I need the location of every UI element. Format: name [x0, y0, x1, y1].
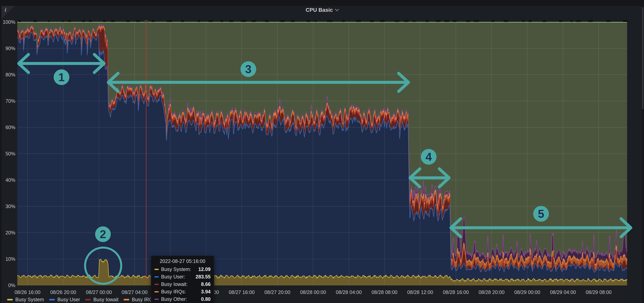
legend-item[interactable]: Busy IRQs — [124, 297, 155, 302]
tooltip: 2022-08-27 05:16:00 Busy System:12.09Bus… — [151, 256, 214, 303]
tooltip-swatch-icon — [154, 291, 159, 292]
x-tick-label: 08/26 20:00 — [50, 290, 76, 295]
scrollbar-thumb[interactable] — [642, 7, 644, 109]
tooltip-row: Busy IRQs:3.94 — [154, 289, 210, 294]
legend-item[interactable]: Busy User — [49, 297, 80, 302]
tooltip-series-value: 283.55 — [196, 274, 210, 280]
svg-text:1: 1 — [58, 71, 65, 84]
y-tick-label: 100% — [3, 19, 15, 25]
chevron-down-icon — [335, 7, 339, 11]
legend-swatch-icon — [7, 299, 13, 300]
tooltip-row: Busy User:283.55 — [154, 274, 210, 280]
panel-info-corner[interactable]: i — [2, 6, 14, 19]
legend-label: Busy Iowait — [93, 297, 118, 302]
legend: Busy SystemBusy UserBusy IowaitBusy IRQs — [7, 297, 156, 302]
annotation-badge-2: 2 — [95, 226, 111, 242]
tooltip-swatch-icon — [154, 284, 159, 285]
x-tick-label: 08/28 20:00 — [478, 290, 504, 295]
x-tick-label: 08/29 04:00 — [550, 290, 576, 295]
svg-text:5: 5 — [538, 207, 544, 220]
annotation-badge-5: 5 — [533, 206, 549, 222]
y-tick-label: 0% — [8, 282, 15, 288]
tooltip-timestamp: 2022-08-27 05:16:00 — [154, 258, 210, 264]
y-tick-label: 50% — [6, 151, 15, 156]
tooltip-swatch-icon — [154, 269, 159, 270]
tooltip-rows: Busy System:12.09Busy User:283.55Busy Io… — [154, 266, 210, 302]
y-tick-label: 80% — [6, 72, 15, 78]
x-tick-label: 08/28 12:00 — [407, 290, 433, 295]
tooltip-row: Busy Iowait:8.66 — [154, 282, 210, 287]
x-tick-label: 08/28 08:00 — [372, 290, 398, 295]
y-tick-label: 30% — [6, 204, 15, 209]
annotation-badge-1: 1 — [54, 69, 69, 85]
tooltip-series-label: Busy System: — [161, 266, 198, 272]
panel-title-text: CPU Basic — [306, 7, 333, 13]
annotation-badge-3: 3 — [240, 61, 256, 77]
tooltip-row: Busy System:12.09 — [154, 266, 210, 272]
x-tick-label: 08/28 00:00 — [300, 290, 326, 295]
tooltip-series-value: 0.80 — [201, 296, 210, 302]
x-tick-label: 08/27 00:00 — [86, 290, 112, 295]
y-tick-label: 20% — [6, 230, 15, 236]
tooltip-swatch-icon — [154, 299, 159, 300]
legend-label: Busy System — [15, 297, 44, 302]
legend-item[interactable]: Busy Iowait — [85, 297, 118, 302]
tooltip-series-value: 8.66 — [201, 282, 210, 287]
tooltip-row: Busy Other:0.80 — [154, 296, 210, 302]
legend-swatch-icon — [124, 299, 129, 300]
svg-text:3: 3 — [245, 63, 252, 76]
svg-text:2: 2 — [100, 228, 106, 240]
x-tick-label: 08/27 20:00 — [264, 290, 290, 295]
x-tick-label: 08/29 00:00 — [514, 290, 540, 295]
y-tick-label: 60% — [6, 124, 15, 130]
tooltip-series-label: Busy IRQs: — [161, 289, 201, 294]
x-tick-label: 08/28 16:00 — [443, 290, 469, 295]
tooltip-series-value: 3.94 — [201, 289, 210, 294]
svg-text:4: 4 — [426, 150, 432, 163]
annotation-badge-4: 4 — [421, 149, 436, 165]
tooltip-series-label: Busy User: — [161, 274, 196, 280]
y-tick-label: 90% — [6, 46, 15, 51]
x-tick-label: 08/27 16:00 — [229, 290, 254, 295]
legend-swatch-icon — [85, 299, 91, 300]
tooltip-swatch-icon — [154, 276, 159, 278]
panel-title[interactable]: CPU Basic — [0, 7, 644, 13]
x-tick-label: 08/28 04:00 — [336, 290, 362, 295]
legend-label: Busy User — [57, 297, 80, 302]
scrollbar[interactable] — [642, 7, 644, 302]
x-tick-label: 08/26 16:00 — [14, 290, 40, 295]
tooltip-series-label: Busy Other: — [161, 296, 201, 302]
info-icon: i — [5, 7, 6, 13]
legend-swatch-icon — [49, 299, 55, 300]
y-tick-label: 10% — [6, 256, 15, 262]
y-tick-label: 40% — [6, 177, 15, 183]
cpu-usage-chart[interactable]: 100%90%80%70%60%50%40%30%20%10%0%08/26 1… — [0, 0, 644, 303]
legend-item[interactable]: Busy System — [7, 297, 44, 302]
x-tick-label: 08/29 08:00 — [586, 290, 612, 295]
tooltip-series-value: 12.09 — [198, 266, 210, 272]
tooltip-series-label: Busy Iowait: — [161, 282, 201, 287]
top-notches — [18, 20, 628, 22]
y-tick-label: 70% — [6, 98, 15, 104]
x-tick-label: 08/27 04:00 — [122, 290, 148, 295]
